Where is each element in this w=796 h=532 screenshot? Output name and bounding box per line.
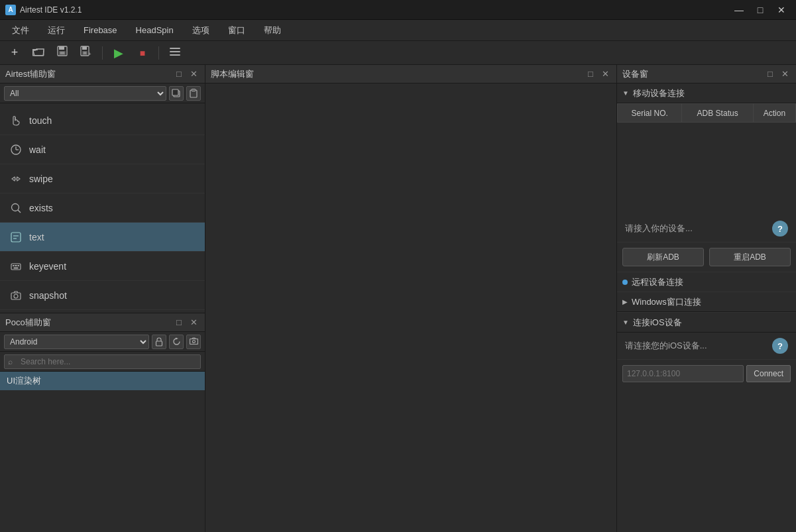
- airtest-item-exists[interactable]: exists: [0, 193, 205, 223]
- maximize-button[interactable]: □: [751, 3, 769, 17]
- airtest-filter-select[interactable]: All: [4, 86, 166, 101]
- ios-help-button[interactable]: ?: [772, 338, 788, 354]
- open-icon: [32, 46, 44, 59]
- save-button[interactable]: [53, 44, 72, 62]
- poco-search-input[interactable]: [4, 354, 201, 369]
- airtest-paste-button[interactable]: [186, 86, 201, 101]
- editor-body[interactable]: [205, 83, 616, 532]
- table-header-adb: ADB Status: [682, 104, 753, 123]
- new-button[interactable]: +: [5, 44, 24, 62]
- ios-connect-button[interactable]: Connect: [746, 365, 791, 382]
- menu-bar: 文件 运行 Firebase HeadSpin 选项 窗口 帮助: [0, 20, 796, 41]
- svg-rect-33: [14, 267, 19, 268]
- device-table: Serial NO. ADB Status Action: [617, 103, 796, 123]
- airtest-item-keyevent[interactable]: keyevent: [0, 252, 205, 281]
- svg-rect-19: [192, 89, 196, 91]
- editor-header: 脚本编辑窗 □ ✕: [205, 65, 616, 83]
- text-icon: [9, 231, 23, 244]
- poco-panel-title: Poco辅助窗: [5, 317, 51, 329]
- menu-help[interactable]: 帮助: [255, 22, 290, 39]
- windows-section-label: Windows窗口连接: [632, 296, 701, 308]
- airtest-item-text[interactable]: text: [0, 223, 205, 252]
- poco-lock-button[interactable]: [152, 335, 166, 349]
- poco-tree-header[interactable]: UI渲染树: [0, 372, 205, 390]
- mobile-section-toggle[interactable]: ▼ 移动设备连接: [617, 83, 796, 103]
- editor-panel-controls: □ ✕: [585, 68, 611, 80]
- svg-rect-38: [190, 339, 198, 345]
- svg-point-35: [14, 294, 18, 298]
- toolbar-divider-2: [158, 46, 159, 60]
- refresh-adb-button[interactable]: 刷新ADB: [622, 248, 704, 266]
- airtest-text-label: text: [29, 232, 44, 242]
- windows-section-arrow: ▶: [622, 298, 628, 305]
- airtest-copy-button[interactable]: [169, 86, 184, 101]
- airtest-float-button[interactable]: □: [173, 68, 185, 80]
- poco-toolbar: Android: [0, 332, 205, 352]
- device-panel-title: 设备窗: [622, 68, 648, 80]
- airtest-panel-header: Airtest辅助窗 □ ✕: [0, 65, 205, 83]
- svg-rect-13: [170, 48, 180, 49]
- open-button[interactable]: [29, 44, 48, 62]
- stop-button[interactable]: ■: [133, 44, 152, 62]
- close-button[interactable]: ✕: [772, 3, 791, 17]
- menu-run[interactable]: 运行: [38, 22, 74, 39]
- svg-marker-37: [176, 338, 178, 340]
- table-header-serial: Serial NO.: [618, 104, 682, 123]
- mobile-help-button[interactable]: ?: [772, 221, 788, 237]
- poco-platform-select[interactable]: Android: [4, 335, 149, 349]
- device-panel-controls: □ ✕: [764, 68, 791, 80]
- poco-float-button[interactable]: □: [173, 317, 185, 329]
- remote-device-row[interactable]: 远程设备连接: [617, 272, 796, 292]
- airtest-close-button[interactable]: ✕: [188, 68, 199, 80]
- reset-adb-button[interactable]: 重启ADB: [709, 248, 791, 266]
- svg-point-24: [12, 203, 19, 211]
- poco-panel-header: Poco辅助窗 □ ✕: [0, 313, 205, 332]
- svg-rect-11: [84, 52, 87, 54]
- ios-address-input[interactable]: [622, 365, 744, 382]
- app-title: Airtest IDE v1.2.1: [20, 5, 82, 15]
- menu-firebase[interactable]: Firebase: [74, 23, 127, 38]
- poco-refresh-button[interactable]: [169, 335, 184, 349]
- svg-rect-29: [11, 264, 21, 270]
- ios-section-toggle[interactable]: ▼ 连接iOS设备: [617, 313, 796, 333]
- run-button[interactable]: ▶: [109, 44, 128, 62]
- minimize-button[interactable]: —: [730, 3, 748, 17]
- svg-text:+: +: [88, 51, 91, 56]
- center-panel: 脚本编辑窗 □ ✕: [205, 65, 617, 532]
- menu-file[interactable]: 文件: [3, 22, 38, 39]
- editor-title: 脚本编辑窗: [211, 68, 254, 80]
- editor-close-button[interactable]: ✕: [599, 68, 611, 80]
- device-float-button[interactable]: □: [764, 68, 776, 80]
- airtest-item-wait[interactable]: wait: [0, 135, 205, 164]
- menu-headspin[interactable]: HeadSpin: [127, 23, 183, 38]
- keyevent-icon: [9, 260, 23, 273]
- adb-buttons: 刷新ADB 重启ADB: [617, 242, 796, 272]
- save-as-button[interactable]: +: [77, 44, 95, 62]
- windows-section-toggle[interactable]: ▶ Windows窗口连接: [617, 292, 796, 312]
- menu-options[interactable]: 选项: [183, 22, 219, 39]
- airtest-items-list: touch wait: [0, 103, 205, 313]
- airtest-panel: Airtest辅助窗 □ ✕ All: [0, 65, 205, 313]
- airtest-item-touch[interactable]: touch: [0, 106, 205, 135]
- title-bar-left: A Airtest IDE v1.2.1: [5, 5, 82, 15]
- airtest-toolbar: All: [0, 83, 205, 103]
- svg-point-39: [192, 341, 195, 343]
- poco-tree-label: UI渲染树: [7, 375, 41, 387]
- remote-dot-icon: [622, 280, 628, 285]
- editor-float-button[interactable]: □: [585, 68, 597, 80]
- airtest-swipe-label: swipe: [29, 174, 53, 184]
- menu-window[interactable]: 窗口: [219, 22, 255, 39]
- airtest-item-snapshot[interactable]: snapshot: [0, 281, 205, 310]
- airtest-touch-label: touch: [29, 115, 52, 126]
- device-close-button[interactable]: ✕: [779, 68, 791, 80]
- poco-close-button[interactable]: ✕: [188, 317, 199, 329]
- airtest-item-swipe[interactable]: swipe: [0, 164, 205, 193]
- plus-icon: +: [11, 46, 19, 60]
- more-button[interactable]: [166, 44, 184, 62]
- svg-rect-30: [13, 265, 15, 266]
- ios-connect-prompt: 请连接您的iOS设备... ?: [617, 333, 796, 360]
- hamburger-icon: [170, 46, 180, 60]
- poco-screenshot-button[interactable]: [186, 335, 201, 349]
- svg-rect-9: [82, 46, 87, 50]
- ios-prompt-text: 请连接您的iOS设备...: [625, 340, 707, 352]
